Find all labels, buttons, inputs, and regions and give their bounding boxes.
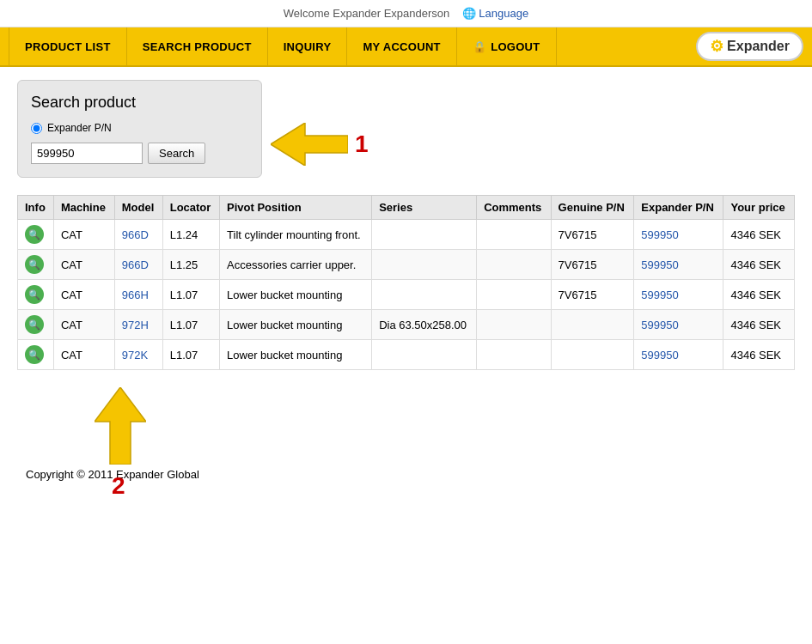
- cell-comments: [477, 310, 551, 340]
- annotation-2-label-wrapper: 2: [112, 472, 125, 500]
- cell-machine: CAT: [53, 310, 114, 340]
- expander-pn-radio[interactable]: [31, 123, 42, 134]
- cell-series: Dia 63.50x258.00: [372, 310, 477, 340]
- cell-info: 🔍: [18, 250, 54, 280]
- cell-expander-pn: 599950: [634, 310, 723, 340]
- welcome-text: Welcome Expander Expanderson: [284, 7, 449, 20]
- search-input[interactable]: [31, 143, 143, 164]
- table-row: 🔍CAT972KL1.07Lower bucket mounting599950…: [18, 340, 795, 370]
- nav-bar: PRODUCT LIST SEARCH PRODUCT INQUIRY MY A…: [0, 27, 812, 67]
- expander-pn-link[interactable]: 599950: [641, 228, 678, 241]
- expander-pn-link[interactable]: 599950: [641, 258, 678, 271]
- cell-pivot-position: Lower bucket mounting: [220, 340, 372, 370]
- model-link[interactable]: 972H: [122, 319, 149, 331]
- cell-model: 966D: [114, 220, 162, 250]
- search-button[interactable]: Search: [148, 143, 205, 164]
- cell-series: [372, 220, 477, 250]
- nav-search-product[interactable]: SEARCH PRODUCT: [127, 27, 268, 65]
- table-row: 🔍CAT966HL1.07Lower bucket mounting7V6715…: [18, 280, 795, 310]
- arrow1-svg: [271, 123, 348, 166]
- cell-genuine-pn: 7V6715: [551, 250, 634, 280]
- cell-expander-pn: 599950: [634, 250, 723, 280]
- cell-info: 🔍: [18, 280, 54, 310]
- logo-text: Expander: [727, 39, 790, 54]
- nav-items: PRODUCT LIST SEARCH PRODUCT INQUIRY MY A…: [9, 27, 696, 65]
- expander-pn-link[interactable]: 599950: [641, 289, 678, 301]
- cell-info: 🔍: [18, 310, 54, 340]
- cell-pivot-position: Lower bucket mounting: [220, 280, 372, 310]
- search-icon[interactable]: 🔍: [25, 255, 44, 274]
- cell-machine: CAT: [53, 220, 114, 250]
- cell-expander-pn: 599950: [634, 220, 723, 250]
- model-link[interactable]: 966H: [122, 289, 149, 301]
- cell-pivot-position: Accessories carrier upper.: [220, 250, 372, 280]
- col-info: Info: [18, 196, 54, 220]
- top-bar: Welcome Expander Expanderson 🌐 Language: [0, 0, 812, 27]
- cell-locator: L1.24: [162, 220, 219, 250]
- nav-logout[interactable]: 🔒 LOGOUT: [457, 27, 557, 65]
- arrow2-svg: [95, 387, 146, 465]
- cell-your-price: 4346 SEK: [723, 250, 795, 280]
- cell-locator: L1.25: [162, 250, 219, 280]
- footer: Copyright © 2011 Expander Global 2: [0, 370, 812, 508]
- gear-icon: ⚙: [710, 37, 723, 56]
- search-panel: Search product Expander P/N Search: [17, 80, 262, 178]
- search-icon[interactable]: 🔍: [25, 225, 44, 244]
- col-pivot-position: Pivot Position: [220, 196, 372, 220]
- cell-machine: CAT: [53, 340, 114, 370]
- cell-comments: [477, 220, 551, 250]
- cell-your-price: 4346 SEK: [723, 310, 795, 340]
- cell-machine: CAT: [53, 250, 114, 280]
- svg-marker-1: [95, 387, 146, 465]
- cell-pivot-position: Lower bucket mounting: [220, 310, 372, 340]
- cell-comments: [477, 340, 551, 370]
- cell-locator: L1.07: [162, 310, 219, 340]
- nav-product-list[interactable]: PRODUCT LIST: [9, 27, 127, 65]
- expander-pn-label: Expander P/N: [47, 122, 112, 134]
- search-icon[interactable]: 🔍: [25, 345, 44, 364]
- logo-box: ⚙ Expander: [696, 32, 803, 61]
- col-comments: Comments: [477, 196, 551, 220]
- lock-icon: 🔒: [473, 40, 486, 53]
- cell-comments: [477, 250, 551, 280]
- cell-model: 972H: [114, 310, 162, 340]
- model-link[interactable]: 972K: [122, 349, 148, 361]
- search-icon[interactable]: 🔍: [25, 285, 44, 304]
- model-link[interactable]: 966D: [122, 228, 149, 241]
- nav-my-account[interactable]: MY ACCOUNT: [347, 27, 456, 65]
- col-series: Series: [372, 196, 477, 220]
- cell-genuine-pn: [551, 340, 634, 370]
- nav-inquiry[interactable]: INQUIRY: [268, 27, 348, 65]
- logo-area: ⚙ Expander: [696, 32, 803, 61]
- search-section: Search product Expander P/N Search 1: [0, 67, 812, 186]
- cell-info: 🔍: [18, 220, 54, 250]
- col-locator: Locator: [162, 196, 219, 220]
- cell-genuine-pn: 7V6715: [551, 280, 634, 310]
- cell-model: 972K: [114, 340, 162, 370]
- cell-genuine-pn: 7V6715: [551, 220, 634, 250]
- arrow1-annotation: 1: [271, 123, 369, 166]
- cell-your-price: 4346 SEK: [723, 340, 795, 370]
- model-link[interactable]: 966D: [122, 258, 149, 271]
- cell-series: [372, 280, 477, 310]
- annotation-1-label: 1: [355, 131, 369, 158]
- col-your-price: Your price: [723, 196, 795, 220]
- page-wrapper: Welcome Expander Expanderson 🌐 Language …: [0, 0, 812, 508]
- expander-pn-link[interactable]: 599950: [641, 349, 678, 361]
- col-machine: Machine: [53, 196, 114, 220]
- expander-pn-link[interactable]: 599950: [641, 319, 678, 331]
- cell-genuine-pn: [551, 310, 634, 340]
- cell-expander-pn: 599950: [634, 280, 723, 310]
- cell-your-price: 4346 SEK: [723, 220, 795, 250]
- table-row: 🔍CAT966DL1.25Accessories carrier upper.7…: [18, 250, 795, 280]
- col-model: Model: [114, 196, 162, 220]
- search-title: Search product: [31, 94, 248, 112]
- cell-locator: L1.07: [162, 280, 219, 310]
- language-link[interactable]: Language: [479, 7, 528, 20]
- search-icon[interactable]: 🔍: [25, 315, 44, 334]
- cell-series: [372, 340, 477, 370]
- svg-marker-0: [271, 123, 348, 166]
- results-table: Info Machine Model Locator Pivot Positio…: [17, 195, 795, 370]
- cell-model: 966H: [114, 280, 162, 310]
- cell-machine: CAT: [53, 280, 114, 310]
